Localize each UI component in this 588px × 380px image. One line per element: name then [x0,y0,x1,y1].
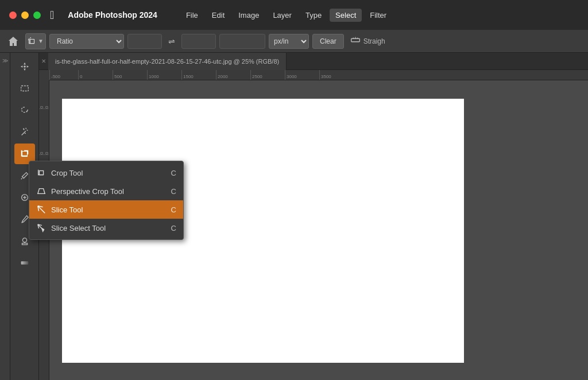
straighten-area: Straigh [350,34,385,48]
expand-bar[interactable]: ≫ [0,53,10,380]
clear-button[interactable]: Clear [312,34,344,49]
home-button[interactable] [5,33,22,50]
ruler-horizontal: -500 0 500 1000 1500 2000 2500 3000 3500 [49,70,588,80]
tab-close-icon[interactable]: ✕ [39,58,48,64]
context-menu-item-slice-select[interactable]: Slice Select Tool C [29,219,183,237]
slice-select-tool-label: Slice Select Tool [51,224,167,232]
tool-gradient[interactable] [14,253,35,273]
menu-edit[interactable]: Edit [206,9,230,22]
ruler-h-tick: 500 [113,70,147,80]
crop-icon [36,168,47,178]
menu-layer[interactable]: Layer [267,9,297,22]
options-bar: ▼ Ratio ⇌ px/in Clear Straigh [0,30,588,53]
straighten-icon [350,34,361,48]
minimize-button[interactable] [21,11,29,19]
ruler-h-tick: 3500 [319,70,354,80]
ruler-h-tick: 3000 [285,70,319,80]
crop-tool-shortcut: C [171,169,176,177]
crop-tool-label: Crop Tool [51,169,167,177]
swap-button[interactable]: ⇌ [165,35,178,48]
context-menu: Crop Tool C Perspective Crop Tool C Slic… [29,161,184,240]
menu-filter[interactable]: Filter [364,9,392,22]
ruler-h-tick: 2000 [216,70,250,80]
ruler-h-tick: -500 [49,70,78,80]
ruler-v-tick: 1500 [39,80,49,109]
close-button[interactable] [9,11,17,19]
ruler-h-ticks: -500 0 500 1000 1500 2000 2500 3000 3500 [49,70,354,80]
unit-dropdown[interactable]: px/in [269,34,309,49]
slice-tool-shortcut: C [171,205,176,214]
perspective-crop-label: Perspective Crop Tool [51,187,167,196]
crop-tool-options-button[interactable]: ▼ [25,33,46,49]
perspective-crop-icon [36,186,47,196]
menu-bar: File Edit Image Layer Type Select Filter [180,9,392,22]
document-filename: is-the-glass-half-full-or-half-empty-202… [55,58,279,65]
tool-marquee[interactable] [14,78,35,99]
slice-select-tool-shortcut: C [171,224,176,232]
menu-select[interactable]: Select [330,9,362,22]
context-menu-item-slice[interactable]: Slice Tool C [29,200,183,219]
ruler-corner [39,70,49,80]
window-controls [9,11,41,19]
height-input[interactable] [181,34,216,49]
menu-file[interactable]: File [180,9,204,22]
ruler-v-tick: 1000 [39,109,49,155]
svg-rect-8 [21,261,28,264]
perspective-crop-shortcut: C [171,187,176,196]
ruler-h-tick: 1500 [181,70,216,80]
ruler-h-tick: 2500 [250,70,285,80]
svg-rect-1 [351,38,359,41]
tool-move[interactable] [14,56,35,77]
svg-point-7 [22,238,26,242]
svg-rect-3 [21,86,28,91]
svg-rect-0 [30,39,34,43]
menu-image[interactable]: Image [233,9,265,22]
title-bar:  Adobe Photoshop 2024 File Edit Image L… [0,0,588,30]
svg-rect-9 [39,170,43,175]
app-name: Adobe Photoshop 2024 [68,10,157,20]
tool-magic-wand[interactable] [14,122,35,142]
ruler-h-tick: 1000 [147,70,181,80]
ruler-h-tick: 0 [78,70,113,80]
width-input[interactable] [127,34,162,49]
straighten-label: Straigh [363,37,385,45]
svg-point-4 [23,129,24,129]
ratio-dropdown[interactable]: Ratio [49,34,124,49]
slice-icon [36,204,47,215]
tool-lasso[interactable] [14,100,35,121]
document-tab[interactable]: is-the-glass-half-full-or-half-empty-202… [48,53,287,70]
menu-type[interactable]: Type [300,9,327,22]
context-menu-item-perspective-crop[interactable]: Perspective Crop Tool C [29,182,183,200]
maximize-button[interactable] [33,11,41,19]
context-menu-item-crop[interactable]: Crop Tool C [29,164,183,182]
apple-logo-icon:  [50,9,54,22]
tab-bar: ✕ is-the-glass-half-full-or-half-empty-2… [39,53,588,70]
dpi-input[interactable] [219,34,265,49]
svg-point-2 [24,65,26,68]
slice-tool-label: Slice Tool [51,205,167,214]
slice-select-icon [36,223,47,233]
